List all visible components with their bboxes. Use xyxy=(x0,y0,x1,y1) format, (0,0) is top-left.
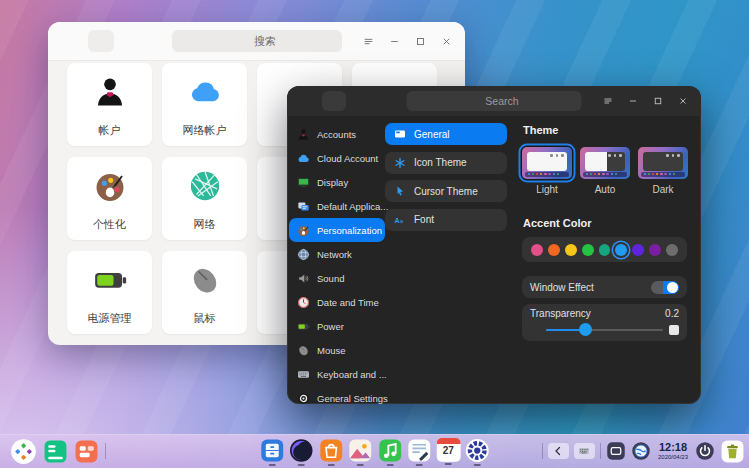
window-effect-label: Window Effect xyxy=(530,282,594,293)
accent-color-swatch-1[interactable] xyxy=(548,244,560,256)
tray-network[interactable] xyxy=(631,441,651,461)
sidebar-item-date-and-time[interactable]: Date and Time xyxy=(289,290,385,314)
settings-tile-item[interactable]: 帐户 xyxy=(67,63,152,146)
sidebar-item-mouse[interactable]: Mouse xyxy=(289,338,385,362)
accent-color-swatch-5[interactable] xyxy=(615,244,627,256)
theme-option-dark[interactable]: Dark xyxy=(638,147,688,195)
dock-launcher[interactable] xyxy=(10,438,37,465)
dock-control-center[interactable] xyxy=(465,438,490,466)
slider-handle[interactable] xyxy=(579,323,592,336)
dock-multitasking-view[interactable] xyxy=(43,439,68,464)
maximize-button[interactable] xyxy=(407,29,433,53)
files-icon xyxy=(259,438,284,463)
accent-color-swatch-3[interactable] xyxy=(582,244,594,256)
chevron-left-icon xyxy=(329,96,340,107)
back-button[interactable] xyxy=(322,91,346,111)
sidebar-item-network[interactable]: Network xyxy=(289,242,385,266)
maximize-button[interactable] xyxy=(645,90,670,112)
tray-input-method[interactable] xyxy=(574,443,595,459)
back-button[interactable] xyxy=(88,30,114,52)
mouse-icon xyxy=(297,344,310,357)
transparent-checker-icon xyxy=(530,325,540,335)
accent-color-swatch-7[interactable] xyxy=(649,244,661,256)
window-controls xyxy=(595,86,695,116)
sidebar-item-label: General Settings xyxy=(317,393,388,404)
sidebar-item-cloud-account[interactable]: Cloud Account xyxy=(289,146,385,170)
chevron-left-icon xyxy=(552,445,564,457)
sidebar-item-general-settings[interactable]: General Settings xyxy=(289,386,385,410)
accent-color-swatch-2[interactable] xyxy=(565,244,577,256)
menu-button[interactable] xyxy=(355,29,381,53)
theme-option-auto[interactable]: Auto xyxy=(580,147,630,195)
sidebar-item-personalization[interactable]: Personalization xyxy=(289,218,385,242)
calendar-icon: 27 xyxy=(436,438,460,462)
accent-color-swatch-4[interactable] xyxy=(599,244,611,256)
running-indicator xyxy=(327,464,334,466)
sidebar-item-power[interactable]: Power xyxy=(289,314,385,338)
dock-app-grid[interactable] xyxy=(74,439,99,464)
window-effect-toggle[interactable] xyxy=(651,281,679,294)
theme-option-light[interactable]: Light xyxy=(522,147,572,195)
sidebar-item-sound[interactable]: Sound xyxy=(289,266,385,290)
search-input[interactable]: 搜索 xyxy=(172,30,342,52)
tile-label: 鼠标 xyxy=(162,311,247,326)
dock-separator xyxy=(542,443,543,459)
theme-option-label: Dark xyxy=(652,184,673,195)
dock-calendar[interactable]: 27 xyxy=(436,438,460,465)
titlebar[interactable]: 搜索 xyxy=(48,22,465,61)
sidebar-item-label: Display xyxy=(317,177,348,188)
gear-ring-icon xyxy=(297,392,310,405)
sidebar-item-default-applica[interactable]: Default Applica... xyxy=(289,194,385,218)
sidebar-item-label: Power xyxy=(317,321,344,332)
window-controls xyxy=(355,22,459,60)
dock-text-editor[interactable] xyxy=(407,438,432,466)
sidebar-item-label: Network xyxy=(317,249,352,260)
tile-label: 帐户 xyxy=(67,123,152,138)
close-button[interactable] xyxy=(433,29,459,53)
settings-tile-item[interactable]: 鼠标 xyxy=(162,251,247,334)
sidebar-item-label: Date and Time xyxy=(317,297,379,308)
subnav-item-font[interactable]: AaFont xyxy=(385,209,507,231)
transparency-slider[interactable] xyxy=(546,323,663,336)
close-button[interactable] xyxy=(670,90,695,112)
dock-app-store[interactable] xyxy=(318,438,343,466)
sidebar-item-accounts[interactable]: Accounts xyxy=(289,122,385,146)
minimize-button[interactable] xyxy=(620,90,645,112)
default-apps-icon xyxy=(297,200,310,213)
search-icon xyxy=(469,96,480,107)
tray-collapse-tray[interactable] xyxy=(548,443,569,459)
settings-tile-item[interactable]: 网络 xyxy=(162,157,247,240)
accent-color-swatch-6[interactable] xyxy=(632,244,644,256)
photos-icon xyxy=(348,438,373,463)
sidebar-item-keyboard-and[interactable]: Keyboard and ... xyxy=(289,362,385,386)
tray-notifications[interactable] xyxy=(606,441,626,461)
menu-button[interactable] xyxy=(595,90,620,112)
theme-preview xyxy=(580,147,630,179)
dock-file-manager[interactable] xyxy=(259,438,284,466)
titlebar[interactable]: Search xyxy=(287,86,701,116)
sidebar-item-label: Personalization xyxy=(317,225,382,236)
clock-icon xyxy=(297,296,310,309)
window-effect-row: Window Effect xyxy=(522,276,687,298)
dock-browser[interactable] xyxy=(289,438,314,466)
dock-trash[interactable] xyxy=(720,439,745,464)
settings-tile-item[interactable]: 电源管理 xyxy=(67,251,152,334)
subnav-item-icon-theme[interactable]: Icon Theme xyxy=(385,152,507,174)
accent-color-swatch-0[interactable] xyxy=(531,244,543,256)
dock-shutdown[interactable] xyxy=(695,441,715,461)
search-input[interactable]: Search xyxy=(407,91,582,111)
dock-clock[interactable]: 12:182020/04/23 xyxy=(658,442,688,460)
tile-label: 网络 xyxy=(162,217,247,232)
settings-tile-item[interactable]: 网络帐户 xyxy=(162,63,247,146)
maximize-icon xyxy=(414,35,427,48)
subnav-item-cursor-theme[interactable]: Cursor Theme xyxy=(385,180,507,202)
settings-tile-item[interactable]: 个性化 xyxy=(67,157,152,240)
subnav-item-general[interactable]: General xyxy=(385,123,507,145)
sidebar-item-display[interactable]: Display xyxy=(289,170,385,194)
dock-music[interactable] xyxy=(377,438,402,466)
accent-color-swatch-8[interactable] xyxy=(666,244,678,256)
sidebar-item-label: Sound xyxy=(317,273,344,284)
dock-image-viewer[interactable] xyxy=(348,438,373,466)
chevron-left-icon xyxy=(95,35,107,47)
minimize-button[interactable] xyxy=(381,29,407,53)
